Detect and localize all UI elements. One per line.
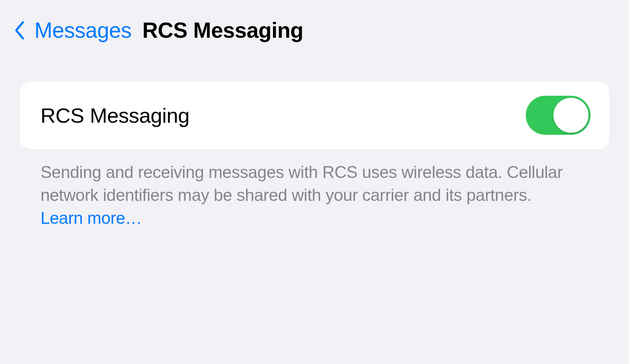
footer-description-block: Sending and receiving messages with RCS … xyxy=(20,149,609,230)
rcs-messaging-row: RCS Messaging xyxy=(20,82,609,149)
rcs-messaging-label: RCS Messaging xyxy=(40,103,189,127)
back-button-label[interactable]: Messages xyxy=(34,18,132,43)
rcs-messaging-toggle[interactable] xyxy=(526,96,591,135)
navigation-header: Messages RCS Messaging xyxy=(0,18,629,43)
page-title: RCS Messaging xyxy=(142,18,303,43)
toggle-knob xyxy=(553,98,589,133)
settings-group: RCS Messaging Sending and receiving mess… xyxy=(0,82,629,230)
back-chevron-icon[interactable] xyxy=(13,20,25,40)
settings-screen: Messages RCS Messaging RCS Messaging Sen… xyxy=(0,0,629,230)
footer-description: Sending and receiving messages with RCS … xyxy=(40,163,563,205)
learn-more-link[interactable]: Learn more… xyxy=(40,209,142,228)
